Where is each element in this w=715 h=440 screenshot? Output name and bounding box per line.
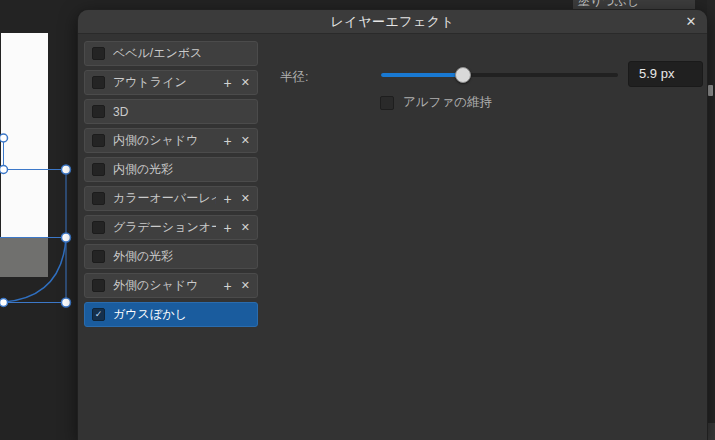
effect-actions: + ✕ [224, 76, 250, 90]
add-effect-icon[interactable]: + [224, 192, 232, 206]
remove-effect-icon[interactable]: ✕ [241, 135, 250, 146]
gray-shape [0, 238, 48, 277]
effect-label: 3D [113, 105, 216, 119]
effect-checkbox[interactable] [92, 221, 105, 234]
effect-actions: + ✕ [224, 279, 250, 293]
effect-row[interactable]: カラーオーバーレイ + ✕ [84, 186, 258, 211]
effect-row[interactable]: 内側の光彩 + ✕ [84, 157, 258, 182]
effect-label: カラーオーバーレイ [113, 190, 216, 207]
effect-checkbox[interactable] [92, 134, 105, 147]
effect-label: アウトライン [113, 74, 216, 91]
effect-row[interactable]: ✓ ガウスぼかし + ✕ [84, 302, 258, 327]
fill-panel-header[interactable]: 塗りつぶし [573, 0, 695, 10]
effect-actions: + ✕ [224, 221, 250, 235]
effect-checkbox[interactable] [92, 47, 105, 60]
check-icon: ✓ [95, 310, 103, 319]
radius-label: 半径: [280, 69, 308, 86]
effect-label: ベベル/エンボス [113, 45, 216, 62]
effect-label: 外側の光彩 [113, 248, 216, 265]
panel-resize-handle[interactable] [708, 85, 713, 96]
layer-effects-dialog: レイヤーエフェクト ✕ ベベル/エンボス + ✕ アウトライン + ✕ 3D +… [78, 10, 707, 440]
fill-panel-label: 塗りつぶし [573, 0, 695, 10]
effect-checkbox[interactable]: ✓ [92, 308, 105, 321]
remove-effect-icon[interactable]: ✕ [241, 77, 250, 88]
effect-actions: + ✕ [224, 134, 250, 148]
right-panel-edge [707, 0, 715, 440]
add-effect-icon[interactable]: + [224, 76, 232, 90]
effects-list: ベベル/エンボス + ✕ アウトライン + ✕ 3D + ✕ 内側のシャドウ +… [84, 41, 258, 331]
add-effect-icon[interactable]: + [224, 134, 232, 148]
effect-checkbox[interactable] [92, 76, 105, 89]
radius-slider[interactable] [381, 65, 618, 85]
effect-checkbox[interactable] [92, 250, 105, 263]
remove-effect-icon[interactable]: ✕ [241, 193, 250, 204]
preserve-alpha-checkbox[interactable] [380, 96, 394, 110]
dialog-titlebar[interactable]: レイヤーエフェクト ✕ [78, 10, 707, 34]
close-icon[interactable]: ✕ [682, 10, 700, 33]
effect-checkbox[interactable] [92, 163, 105, 176]
remove-effect-icon[interactable]: ✕ [241, 280, 250, 291]
canvas-artwork[interactable] [0, 0, 78, 440]
bottom-panel-edge [707, 423, 715, 440]
radius-slider-thumb[interactable] [455, 67, 471, 83]
effect-label: 内側の光彩 [113, 161, 216, 178]
remove-effect-icon[interactable]: ✕ [241, 222, 250, 233]
effect-checkbox[interactable] [92, 279, 105, 292]
preserve-alpha-label: アルファの維持 [403, 94, 492, 111]
effect-checkbox[interactable] [92, 105, 105, 118]
radius-slider-track[interactable] [381, 73, 618, 77]
radius-slider-fill [381, 73, 463, 77]
effect-actions: + ✕ [224, 192, 250, 206]
effect-row[interactable]: ベベル/エンボス + ✕ [84, 41, 258, 66]
dialog-title: レイヤーエフェクト [331, 13, 455, 31]
add-effect-icon[interactable]: + [224, 279, 232, 293]
effect-label: ガウスぼかし [113, 306, 216, 323]
effect-label: 内側のシャドウ [113, 132, 216, 149]
effect-row[interactable]: アウトライン + ✕ [84, 70, 258, 95]
effect-checkbox[interactable] [92, 192, 105, 205]
effect-row[interactable]: 外側の光彩 + ✕ [84, 244, 258, 269]
effect-row[interactable]: 外側のシャドウ + ✕ [84, 273, 258, 298]
effect-row[interactable]: 3D + ✕ [84, 99, 258, 124]
effect-row[interactable]: 内側のシャドウ + ✕ [84, 128, 258, 153]
effect-label: グラデーションオーバーレイ [113, 219, 216, 236]
radius-value-input[interactable]: 5.9 px [628, 61, 703, 87]
add-effect-icon[interactable]: + [224, 221, 232, 235]
preserve-alpha-row: アルファの維持 [380, 94, 492, 111]
effect-label: 外側のシャドウ [113, 277, 216, 294]
effect-row[interactable]: グラデーションオーバーレイ + ✕ [84, 215, 258, 240]
